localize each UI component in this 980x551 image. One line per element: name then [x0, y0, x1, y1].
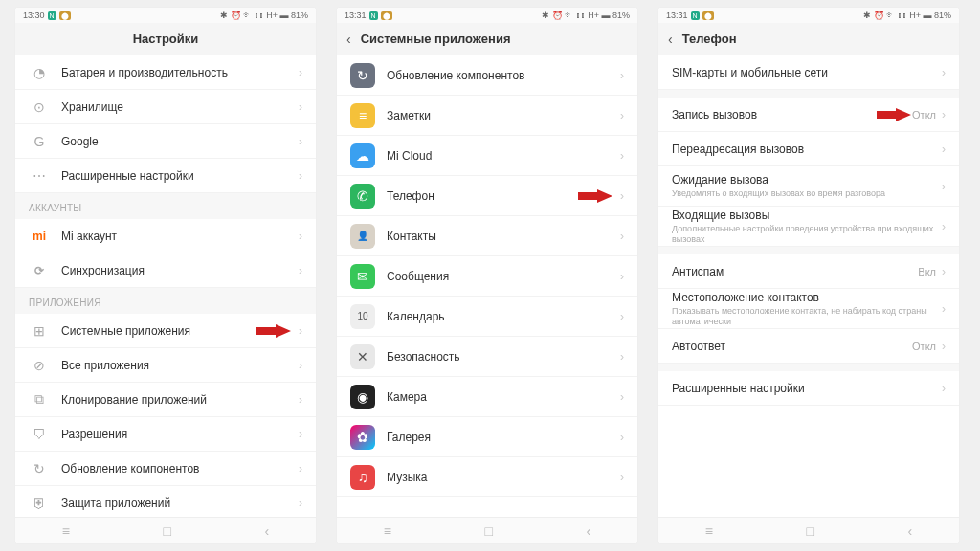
chevron-right-icon: ›: [942, 108, 946, 121]
app-icon: ↻: [350, 63, 375, 88]
app-icon: ✕: [350, 344, 375, 369]
settings-row[interactable]: ⋯ Расширенные настройки ›: [15, 159, 316, 193]
setting-row[interactable]: Местоположение контактов Показывать мест…: [658, 289, 959, 329]
setting-row[interactable]: Переадресация вызовов ›: [658, 132, 959, 166]
settings-row[interactable]: ⧉ Клонирование приложений ›: [15, 383, 316, 417]
chevron-right-icon: ›: [620, 109, 624, 122]
app-row[interactable]: ✿ Галерея ›: [337, 417, 637, 457]
chevron-right-icon: ›: [942, 220, 946, 233]
row-label: Расширенные настройки: [672, 382, 942, 395]
nav-back-icon[interactable]: ‹: [587, 523, 591, 539]
settings-icon: ↻: [29, 458, 50, 479]
row-label: Защита приложений: [61, 496, 299, 510]
chevron-right-icon: ›: [620, 430, 624, 444]
settings-row[interactable]: ⟳ Синхронизация ›: [15, 253, 316, 288]
apps-list[interactable]: ↻ Обновление компонентов › ≡ Заметки › ☁…: [337, 55, 637, 517]
chevron-right-icon: ›: [620, 350, 624, 364]
settings-icon: ⋯: [29, 165, 50, 187]
app-icon: ◉: [350, 385, 375, 409]
nav-recents-icon[interactable]: ≡: [705, 523, 713, 539]
row-label: Запись вызовов: [672, 108, 912, 121]
settings-row[interactable]: mi Mi аккаунт ›: [15, 219, 316, 253]
settings-row[interactable]: ⊞ Системные приложения ›: [15, 314, 316, 348]
status-icons: ✱ ⏰ ᯤ ⫾⫾ H+ ▬ 81%: [863, 11, 951, 20]
status-icons: ✱ ⏰ ᯤ ⫾⫾ H+ ▬ 81%: [542, 11, 630, 20]
chevron-right-icon: ›: [620, 471, 624, 484]
settings-icon: G: [29, 131, 50, 152]
page-title: Настройки: [133, 32, 199, 46]
setting-row[interactable]: Расширенные настройки ›: [658, 371, 959, 406]
app-row[interactable]: ✕ Безопасность ›: [337, 337, 637, 377]
screen-settings: 13:30 N ⬤ ✱ ⏰ ᯤ ⫾⫾ H+ ▬ 81% Настройки ◔ …: [15, 8, 316, 543]
status-bar: 13:31 N ⬤ ✱ ⏰ ᯤ ⫾⫾ H+ ▬ 81%: [658, 8, 959, 23]
header: ‹ Телефон: [658, 23, 959, 55]
status-badge: N: [369, 11, 378, 20]
settings-icon: ⊙: [29, 97, 50, 118]
settings-icon: ⟳: [29, 260, 50, 281]
app-row[interactable]: 10 Календарь ›: [337, 297, 637, 337]
setting-row[interactable]: Ожидание вызова Уведомлять о входящих вы…: [658, 166, 959, 207]
row-label: Все приложения: [61, 359, 299, 372]
status-badge: N: [691, 11, 700, 20]
app-icon: ♫: [350, 465, 375, 490]
row-label: Контакты: [387, 230, 620, 243]
settings-row[interactable]: ⊘ Все приложения ›: [15, 348, 316, 383]
setting-row[interactable]: Запись вызовов Откл ›: [658, 98, 959, 132]
row-subtitle: Дополнительные настройки поведения устро…: [672, 224, 942, 245]
row-label: Входящие вызовы: [672, 209, 942, 222]
nav-home-icon[interactable]: □: [164, 523, 171, 539]
app-row[interactable]: ↻ Обновление компонентов ›: [337, 55, 637, 96]
app-row[interactable]: ☁ Mi Cloud ›: [337, 136, 637, 176]
app-row[interactable]: 👤 Контакты ›: [337, 216, 637, 256]
app-row[interactable]: ♫ Музыка ›: [337, 457, 637, 497]
row-label: Телефон: [387, 189, 620, 203]
status-badge: ⬤: [702, 11, 714, 20]
nav-home-icon[interactable]: □: [485, 523, 493, 539]
chevron-right-icon: ›: [620, 149, 624, 163]
chevron-right-icon: ›: [942, 265, 946, 278]
app-row[interactable]: ≡ Заметки ›: [337, 96, 637, 136]
nav-home-icon[interactable]: □: [807, 523, 814, 539]
nav-back-icon[interactable]: ‹: [908, 523, 913, 539]
chevron-right-icon: ›: [942, 143, 946, 156]
app-icon: ≡: [350, 103, 375, 128]
app-icon: ✆: [350, 184, 375, 209]
app-row[interactable]: ✆ Телефон ›: [337, 176, 637, 216]
row-label: Разрешения: [61, 428, 299, 441]
app-row[interactable]: ◉ Камера ›: [337, 377, 637, 417]
nav-recents-icon[interactable]: ≡: [384, 523, 391, 539]
row-label: Безопасность: [387, 350, 620, 364]
phone-settings-list[interactable]: SIM-карты и мобильные сети › Запись вызо…: [658, 55, 959, 517]
status-bar: 13:31 N ⬤ ✱ ⏰ ᯤ ⫾⫾ H+ ▬ 81%: [337, 8, 637, 23]
chevron-right-icon: ›: [299, 100, 302, 114]
settings-row[interactable]: ↻ Обновление компонентов ›: [15, 452, 316, 486]
settings-row[interactable]: ⛨ Защита приложений ›: [15, 486, 316, 517]
setting-row[interactable]: Антиспам Вкл ›: [658, 254, 959, 289]
row-label: Автоответ: [672, 340, 912, 353]
setting-row[interactable]: Входящие вызовы Дополнительные настройки…: [658, 207, 959, 247]
setting-row[interactable]: SIM-карты и мобильные сети ›: [658, 55, 959, 90]
row-label: Сообщения: [387, 270, 620, 283]
row-label: SIM-карты и мобильные сети: [672, 66, 942, 79]
chevron-right-icon: ›: [942, 302, 946, 316]
nav-recents-icon[interactable]: ≡: [62, 523, 70, 539]
chevron-right-icon: ›: [299, 324, 302, 338]
settings-row[interactable]: ⛉ Разрешения ›: [15, 417, 316, 452]
app-icon: ☁: [350, 143, 375, 168]
row-label: Системные приложения: [61, 324, 299, 338]
settings-row[interactable]: ◔ Батарея и производительность ›: [15, 55, 316, 90]
settings-list[interactable]: ◔ Батарея и производительность › ⊙ Храни…: [15, 55, 316, 517]
row-label: Обновление компонентов: [387, 69, 620, 82]
setting-row[interactable]: Автоответ Откл ›: [658, 329, 959, 364]
app-row[interactable]: ✉ Сообщения ›: [337, 256, 637, 297]
settings-row[interactable]: ⊙ Хранилище ›: [15, 90, 316, 124]
settings-icon: ◔: [29, 62, 50, 83]
chevron-right-icon: ›: [620, 270, 624, 283]
back-icon[interactable]: ‹: [668, 32, 673, 47]
back-icon[interactable]: ‹: [346, 32, 351, 47]
app-icon: 10: [350, 304, 375, 329]
row-label: Ожидание вызова: [672, 173, 942, 187]
settings-row[interactable]: G Google ›: [15, 124, 316, 159]
chevron-right-icon: ›: [299, 264, 302, 277]
nav-back-icon[interactable]: ‹: [265, 523, 270, 539]
